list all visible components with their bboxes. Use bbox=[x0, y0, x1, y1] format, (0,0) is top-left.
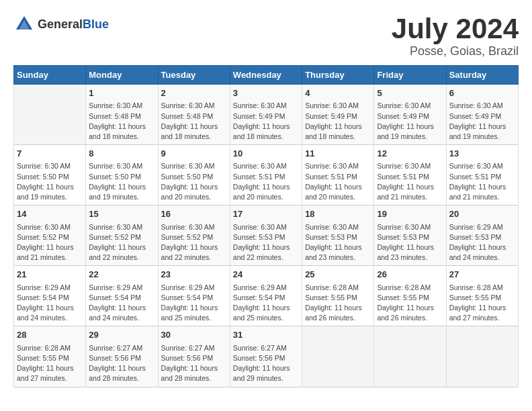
date-number: 21 bbox=[17, 269, 83, 281]
calendar-cell: 27Sunrise: 6:28 AM Sunset: 5:55 PM Dayli… bbox=[446, 266, 518, 326]
cell-detail: Sunrise: 6:27 AM Sunset: 5:56 PM Dayligh… bbox=[233, 343, 299, 384]
calendar-cell: 11Sunrise: 6:30 AM Sunset: 5:51 PM Dayli… bbox=[302, 145, 374, 205]
date-number: 14 bbox=[17, 208, 83, 220]
calendar-cell: 26Sunrise: 6:28 AM Sunset: 5:55 PM Dayli… bbox=[374, 266, 446, 326]
cell-detail: Sunrise: 6:30 AM Sunset: 5:53 PM Dayligh… bbox=[377, 222, 443, 263]
date-number: 8 bbox=[89, 148, 154, 160]
cell-detail: Sunrise: 6:30 AM Sunset: 5:50 PM Dayligh… bbox=[17, 161, 83, 202]
cell-detail: Sunrise: 6:30 AM Sunset: 5:50 PM Dayligh… bbox=[89, 161, 154, 202]
calendar-cell: 5Sunrise: 6:30 AM Sunset: 5:49 PM Daylig… bbox=[374, 85, 446, 145]
date-number: 10 bbox=[233, 148, 299, 160]
calendar-cell: 16Sunrise: 6:30 AM Sunset: 5:52 PM Dayli… bbox=[158, 205, 230, 266]
logo: GeneralBlue bbox=[13, 13, 109, 35]
calendar-cell: 17Sunrise: 6:30 AM Sunset: 5:53 PM Dayli… bbox=[230, 205, 302, 266]
date-number: 31 bbox=[233, 329, 299, 341]
date-number: 12 bbox=[377, 148, 443, 160]
cell-detail: Sunrise: 6:29 AM Sunset: 5:54 PM Dayligh… bbox=[89, 283, 154, 324]
cell-detail: Sunrise: 6:29 AM Sunset: 5:54 PM Dayligh… bbox=[161, 283, 227, 324]
cell-detail: Sunrise: 6:30 AM Sunset: 5:49 PM Dayligh… bbox=[449, 101, 515, 142]
cell-detail: Sunrise: 6:30 AM Sunset: 5:49 PM Dayligh… bbox=[233, 101, 299, 142]
calendar-cell: 29Sunrise: 6:27 AM Sunset: 5:56 PM Dayli… bbox=[86, 326, 158, 387]
calendar-cell bbox=[14, 85, 86, 145]
page-title: July 2024 bbox=[392, 13, 519, 44]
calendar-cell: 13Sunrise: 6:30 AM Sunset: 5:51 PM Dayli… bbox=[446, 145, 518, 205]
calendar-cell: 10Sunrise: 6:30 AM Sunset: 5:51 PM Dayli… bbox=[230, 145, 302, 205]
calendar-cell: 3Sunrise: 6:30 AM Sunset: 5:49 PM Daylig… bbox=[230, 85, 302, 145]
date-number: 1 bbox=[89, 87, 154, 99]
date-number: 18 bbox=[305, 208, 371, 220]
calendar-cell: 22Sunrise: 6:29 AM Sunset: 5:54 PM Dayli… bbox=[86, 266, 158, 326]
date-number: 23 bbox=[161, 269, 227, 281]
cell-detail: Sunrise: 6:28 AM Sunset: 5:55 PM Dayligh… bbox=[305, 283, 371, 324]
date-number: 28 bbox=[17, 329, 83, 341]
calendar-cell bbox=[446, 326, 518, 387]
calendar-cell: 19Sunrise: 6:30 AM Sunset: 5:53 PM Dayli… bbox=[374, 205, 446, 266]
calendar-week-row: 14Sunrise: 6:30 AM Sunset: 5:52 PM Dayli… bbox=[14, 205, 519, 266]
day-header-thursday: Thursday bbox=[302, 66, 374, 85]
page-header: GeneralBlue July 2024 Posse, Goias, Braz… bbox=[13, 13, 519, 58]
date-number: 16 bbox=[161, 208, 227, 220]
cell-detail: Sunrise: 6:29 AM Sunset: 5:54 PM Dayligh… bbox=[233, 283, 299, 324]
cell-detail: Sunrise: 6:28 AM Sunset: 5:55 PM Dayligh… bbox=[449, 283, 515, 324]
date-number: 15 bbox=[89, 208, 154, 220]
cell-detail: Sunrise: 6:30 AM Sunset: 5:50 PM Dayligh… bbox=[161, 161, 227, 202]
calendar-week-row: 1Sunrise: 6:30 AM Sunset: 5:48 PM Daylig… bbox=[14, 85, 519, 145]
cell-detail: Sunrise: 6:30 AM Sunset: 5:52 PM Dayligh… bbox=[17, 222, 83, 263]
cell-detail: Sunrise: 6:30 AM Sunset: 5:51 PM Dayligh… bbox=[305, 161, 371, 202]
day-header-tuesday: Tuesday bbox=[158, 66, 230, 85]
date-number: 30 bbox=[161, 329, 227, 341]
cell-detail: Sunrise: 6:30 AM Sunset: 5:52 PM Dayligh… bbox=[161, 222, 227, 263]
cell-detail: Sunrise: 6:28 AM Sunset: 5:55 PM Dayligh… bbox=[377, 283, 443, 324]
cell-detail: Sunrise: 6:30 AM Sunset: 5:52 PM Dayligh… bbox=[89, 222, 154, 263]
date-number: 26 bbox=[377, 269, 443, 281]
date-number: 19 bbox=[377, 208, 443, 220]
calendar-week-row: 21Sunrise: 6:29 AM Sunset: 5:54 PM Dayli… bbox=[14, 266, 519, 326]
cell-detail: Sunrise: 6:29 AM Sunset: 5:53 PM Dayligh… bbox=[449, 222, 515, 263]
date-number: 20 bbox=[449, 208, 515, 220]
calendar-cell: 18Sunrise: 6:30 AM Sunset: 5:53 PM Dayli… bbox=[302, 205, 374, 266]
date-number: 3 bbox=[233, 87, 299, 99]
cell-detail: Sunrise: 6:30 AM Sunset: 5:51 PM Dayligh… bbox=[233, 161, 299, 202]
calendar-week-row: 7Sunrise: 6:30 AM Sunset: 5:50 PM Daylig… bbox=[14, 145, 519, 205]
cell-detail: Sunrise: 6:30 AM Sunset: 5:51 PM Dayligh… bbox=[449, 161, 515, 202]
calendar-header-row: SundayMondayTuesdayWednesdayThursdayFrid… bbox=[14, 66, 519, 85]
date-number: 9 bbox=[161, 148, 227, 160]
calendar-week-row: 28Sunrise: 6:28 AM Sunset: 5:55 PM Dayli… bbox=[14, 326, 519, 387]
calendar-cell: 30Sunrise: 6:27 AM Sunset: 5:56 PM Dayli… bbox=[158, 326, 230, 387]
cell-detail: Sunrise: 6:29 AM Sunset: 5:54 PM Dayligh… bbox=[17, 283, 83, 324]
date-number: 7 bbox=[17, 148, 83, 160]
date-number: 4 bbox=[305, 87, 371, 99]
date-number: 17 bbox=[233, 208, 299, 220]
date-number: 2 bbox=[161, 87, 227, 99]
calendar-cell: 31Sunrise: 6:27 AM Sunset: 5:56 PM Dayli… bbox=[230, 326, 302, 387]
calendar-cell bbox=[302, 326, 374, 387]
cell-detail: Sunrise: 6:30 AM Sunset: 5:53 PM Dayligh… bbox=[305, 222, 371, 263]
day-header-sunday: Sunday bbox=[14, 66, 86, 85]
calendar-cell bbox=[374, 326, 446, 387]
day-header-monday: Monday bbox=[86, 66, 158, 85]
calendar-cell: 12Sunrise: 6:30 AM Sunset: 5:51 PM Dayli… bbox=[374, 145, 446, 205]
title-area: July 2024 Posse, Goias, Brazil bbox=[392, 13, 519, 58]
day-header-wednesday: Wednesday bbox=[230, 66, 302, 85]
date-number: 5 bbox=[377, 87, 443, 99]
calendar-cell: 2Sunrise: 6:30 AM Sunset: 5:48 PM Daylig… bbox=[158, 85, 230, 145]
day-header-saturday: Saturday bbox=[446, 66, 518, 85]
calendar-cell: 23Sunrise: 6:29 AM Sunset: 5:54 PM Dayli… bbox=[158, 266, 230, 326]
calendar-cell: 24Sunrise: 6:29 AM Sunset: 5:54 PM Dayli… bbox=[230, 266, 302, 326]
cell-detail: Sunrise: 6:30 AM Sunset: 5:49 PM Dayligh… bbox=[377, 101, 443, 142]
logo-text-general: General bbox=[38, 17, 83, 31]
calendar-cell: 6Sunrise: 6:30 AM Sunset: 5:49 PM Daylig… bbox=[446, 85, 518, 145]
day-header-friday: Friday bbox=[374, 66, 446, 85]
date-number: 6 bbox=[449, 87, 515, 99]
cell-detail: Sunrise: 6:30 AM Sunset: 5:51 PM Dayligh… bbox=[377, 161, 443, 202]
calendar-cell: 28Sunrise: 6:28 AM Sunset: 5:55 PM Dayli… bbox=[14, 326, 86, 387]
logo-icon bbox=[13, 13, 35, 35]
calendar-cell: 25Sunrise: 6:28 AM Sunset: 5:55 PM Dayli… bbox=[302, 266, 374, 326]
calendar-table: SundayMondayTuesdayWednesdayThursdayFrid… bbox=[13, 65, 519, 387]
cell-detail: Sunrise: 6:30 AM Sunset: 5:53 PM Dayligh… bbox=[233, 222, 299, 263]
date-number: 24 bbox=[233, 269, 299, 281]
calendar-cell: 4Sunrise: 6:30 AM Sunset: 5:49 PM Daylig… bbox=[302, 85, 374, 145]
calendar-cell: 21Sunrise: 6:29 AM Sunset: 5:54 PM Dayli… bbox=[14, 266, 86, 326]
date-number: 27 bbox=[449, 269, 515, 281]
date-number: 11 bbox=[305, 148, 371, 160]
